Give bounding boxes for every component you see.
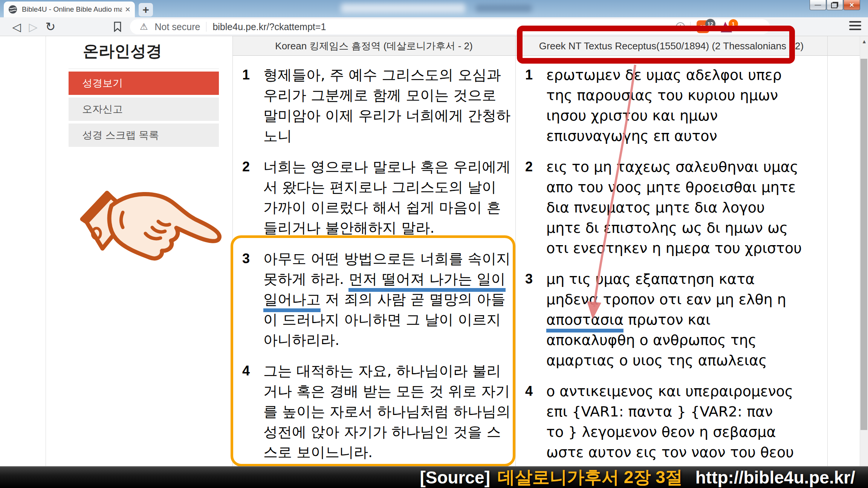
- verse-number: 1: [525, 65, 546, 146]
- close-button[interactable]: ×: [844, 0, 860, 10]
- source-prefix: [Source]: [420, 467, 490, 488]
- verse-line: απο του νοος μητε θροεισθαι μητε: [546, 177, 821, 197]
- verse-line: εις το μη ταχεως σαλευθηναι υμας: [546, 157, 821, 177]
- verse-korean-1: 1형제들아, 주 예수 그리스도의 오심과우리가 그분께로 함께 모이는 것으로…: [242, 65, 508, 146]
- verse-line: 말미암아 이제 우리가 너희에게 간청하: [263, 105, 510, 126]
- verse-line: 서 왔다는 편지로나 그리스도의 날이: [263, 177, 510, 197]
- new-tab-button[interactable]: +: [139, 3, 153, 17]
- sidebar-item-1[interactable]: 오자신고: [69, 98, 219, 121]
- annotation-orange-box: [231, 235, 515, 467]
- verse-line: ο αντικειμενος και υπεραιρομενος: [546, 381, 821, 401]
- verse-greek-3: 3μη τις υμας εξαπατηση καταμηδενα τροπον…: [525, 269, 821, 371]
- verse-line: 우리가 그분께로 함께 모이는 것으로: [263, 85, 510, 105]
- verse-line: μηδενα τροπον οτι εαν μη ελθη η: [546, 289, 821, 310]
- blurred-window-title: [475, 5, 532, 12]
- verse-number: 3: [525, 269, 546, 371]
- verse-line: μη τις υμας εξαπατηση κατα: [546, 269, 821, 289]
- verse-number: 4: [525, 381, 546, 462]
- verse-line: 너희는 영으로나 말로나 혹은 우리에게: [263, 157, 510, 177]
- verse-line: επισυναγωγης επ αυτον: [546, 126, 821, 146]
- verse-line: αποκαλυφθη ο ανθρωπος της: [546, 330, 821, 350]
- tab-close-icon[interactable]: ×: [125, 5, 130, 14]
- verse-line: αμαρτιας ο υιος της απωλειας: [546, 350, 821, 371]
- highlighted-underline-text: αποστασια: [546, 311, 623, 332]
- verse-line: αποστασια πρωτον και: [546, 310, 821, 330]
- verse-line: μητε δι επιστολης ως δι ημων ως: [546, 218, 821, 238]
- verse-greek-2: 2εις το μη ταχεως σαλευθηναι υμαςαπο του…: [525, 157, 821, 258]
- blurred-window-title: [341, 3, 465, 13]
- browser-tab[interactable]: Bible4U - Online Bible Audio man ×: [4, 2, 135, 17]
- sidebar-divider: [69, 69, 219, 69]
- verse-korean-2: 2너희는 영으로나 말로나 혹은 우리에게서 왔다는 편지로나 그리스도의 날이…: [242, 157, 508, 238]
- verse-number: 1: [242, 65, 263, 146]
- url-separator: [206, 22, 206, 32]
- browser-menu-icon[interactable]: [849, 21, 861, 30]
- table-border: [515, 36, 516, 466]
- verse-line: 들리거나 불안해하지 말라.: [263, 218, 510, 238]
- sidebar-item-2[interactable]: 성경 스크랩 목록: [69, 124, 219, 147]
- source-reference: 데살로니가후서 2장 3절: [498, 466, 683, 488]
- page-left-border: [46, 36, 46, 466]
- window-titlebar: Bible4U - Online Bible Audio man × + — ×: [0, 0, 868, 17]
- restore-icon: [831, 3, 837, 8]
- scroll-up-arrow-icon[interactable]: ▲: [860, 38, 868, 44]
- verse-line: το } λεγομενον θεον η σεβασμα: [546, 422, 821, 442]
- column-header-korean: Korean 킹제임스 흠정역 (데살로니가후서 - 2): [232, 36, 515, 56]
- verse-number: 2: [525, 157, 546, 258]
- verse-line: ιησου χριστου και ημων: [546, 105, 821, 126]
- not-secure-label[interactable]: Not secure: [155, 21, 200, 32]
- table-border: [827, 36, 828, 466]
- verse-greek-4: 4ο αντικειμενος και υπεραιρομενοςεπι {VA…: [525, 381, 821, 462]
- not-secure-warning-icon: ⚠: [140, 21, 148, 32]
- browser-window: { "window": { "tab_title": "Bible4U - On…: [0, 0, 868, 488]
- window-controls: — ×: [810, 0, 860, 10]
- verse-line: δια πνευματος μητε δια λογου: [546, 197, 821, 218]
- greek-verse-column: 1ερωτωμεν δε υμας αδελφοι υπερτης παρουσ…: [525, 65, 821, 473]
- verse-number: 2: [242, 157, 263, 238]
- tab-title: Bible4U - Online Bible Audio man: [22, 5, 122, 14]
- verse-line: επι {VAR1: παντα } {VAR2: παν: [546, 401, 821, 422]
- verse-line: ωστε αυτον εις τον ναον του θεου: [546, 442, 821, 462]
- globe-favicon-icon: [8, 5, 17, 14]
- scrollbar-thumb[interactable]: [860, 59, 867, 430]
- verse-line: 노니: [263, 126, 510, 146]
- source-url: http://bible4u.pe.kr/: [695, 467, 855, 488]
- verse-line: ερωτωμεν δε υμας αδελφοι υπερ: [546, 65, 821, 85]
- verse-greek-1: 1ερωτωμεν δε υμας αδελφοι υπερτης παρουσ…: [525, 65, 821, 146]
- verse-line: της παρουσιας του κυριου ημων: [546, 85, 821, 105]
- source-caption-bar: [Source] 데살로니가후서 2장 3절 http://bible4u.pe…: [0, 466, 868, 488]
- url-text[interactable]: bible4u.pe.kr/?ckattempt=1: [212, 21, 326, 32]
- sidebar-item-0[interactable]: 성경보기: [69, 72, 219, 95]
- verse-line: 가까이 이르렀다 해서 쉽게 마음이 흔: [263, 197, 510, 218]
- verse-line: 형제들아, 주 예수 그리스도의 오심과: [263, 65, 510, 85]
- verse-line: οτι ενεστηκεν η ημερα του χριστου: [546, 238, 821, 258]
- restore-button[interactable]: [827, 0, 843, 10]
- pointing-hand-image: [63, 174, 229, 298]
- sidebar-title: 온라인성경: [69, 36, 219, 69]
- annotation-red-box: [517, 26, 795, 64]
- minimize-button[interactable]: —: [810, 0, 826, 10]
- sidebar: 온라인성경 성경보기오자신고성경 스크랩 목록: [69, 36, 219, 147]
